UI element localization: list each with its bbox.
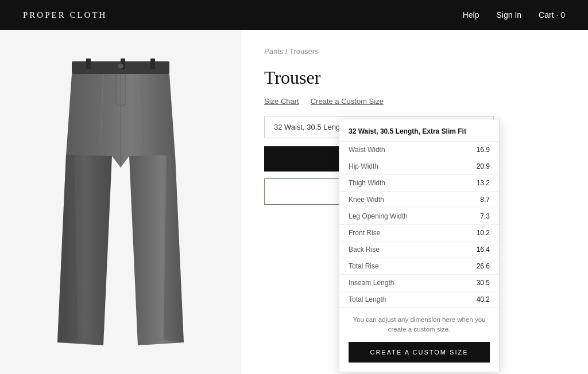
measurement-label: Thigh Width [349,179,385,187]
measurement-label: Inseam Length [349,279,394,287]
measurement-value: 30.5 [477,279,490,287]
main-content: Pants / Trousers Trouser Size Chart Crea… [0,30,588,374]
size-popup: 32 Waist, 30.5 Length, Extra Slim Fit Wa… [339,119,500,372]
size-popup-header: 32 Waist, 30.5 Length, Extra Slim Fit [339,119,499,142]
product-image [46,53,195,351]
header: PROPER CLOTH Help Sign In Cart · 0 [0,0,588,30]
svg-rect-3 [150,59,155,69]
measurement-value: 26.6 [477,262,490,270]
measurement-value: 10.2 [477,229,490,237]
breadcrumb-current: Trousers [289,47,319,56]
measurement-row: Thigh Width13.2 [339,175,499,192]
measurement-value: 20.9 [477,162,490,170]
measurement-label: Front Rise [349,229,380,237]
custom-size-link[interactable]: Create a Custom Size [311,97,384,106]
create-custom-size-button[interactable]: CREATE A CUSTOM SIZE [349,342,490,363]
product-detail: Pants / Trousers Trouser Size Chart Crea… [241,30,588,374]
measurement-row: Leg Opening Width7.3 [339,208,499,225]
measurement-row: Back Rise16.4 [339,241,499,258]
breadcrumb-parent[interactable]: Pants [264,47,283,56]
brand-logo: PROPER CLOTH [23,10,107,20]
measurement-row: Hip Width20.9 [339,158,499,175]
measurement-value: 13.2 [477,179,490,187]
product-image-area [0,30,241,374]
svg-rect-1 [86,59,91,69]
size-popup-note: You can adjust any dimension here when y… [339,307,499,342]
measurement-row: Waist Width16.9 [339,142,499,158]
header-nav: Help Sign In Cart · 0 [463,10,565,20]
measurement-label: Knee Width [349,196,384,204]
measurement-label: Hip Width [349,162,378,170]
measurement-value: 16.4 [477,246,490,254]
measurement-label: Waist Width [349,146,385,154]
measurement-row: Knee Width8.7 [339,192,499,208]
measurement-value: 16.9 [477,146,490,154]
product-title: Trouser [264,67,565,88]
breadcrumb-separator: / [285,47,289,56]
help-link[interactable]: Help [463,10,479,20]
measurement-label: Leg Opening Width [349,212,408,220]
measurement-row: Inseam Length30.5 [339,275,499,291]
measurement-label: Total Rise [349,262,379,270]
measurement-value: 8.7 [480,196,490,204]
measurement-label: Back Rise [349,246,380,254]
breadcrumb: Pants / Trousers [264,47,565,56]
measurement-value: 7.3 [480,212,490,220]
cart-link[interactable]: Cart · 0 [539,10,565,20]
measurement-row: Total Length40.2 [339,291,499,307]
measurement-label: Total Length [349,295,386,303]
measurement-row: Front Rise10.2 [339,225,499,241]
measurement-row: Total Rise26.6 [339,258,499,275]
measurement-value: 40.2 [477,295,490,303]
size-chart-link[interactable]: Size Chart [264,97,299,106]
size-links: Size Chart Create a Custom Size [264,97,565,106]
measurements-list: Waist Width16.9Hip Width20.9Thigh Width1… [339,142,499,307]
svg-point-4 [118,64,123,68]
sign-in-link[interactable]: Sign In [497,10,522,20]
